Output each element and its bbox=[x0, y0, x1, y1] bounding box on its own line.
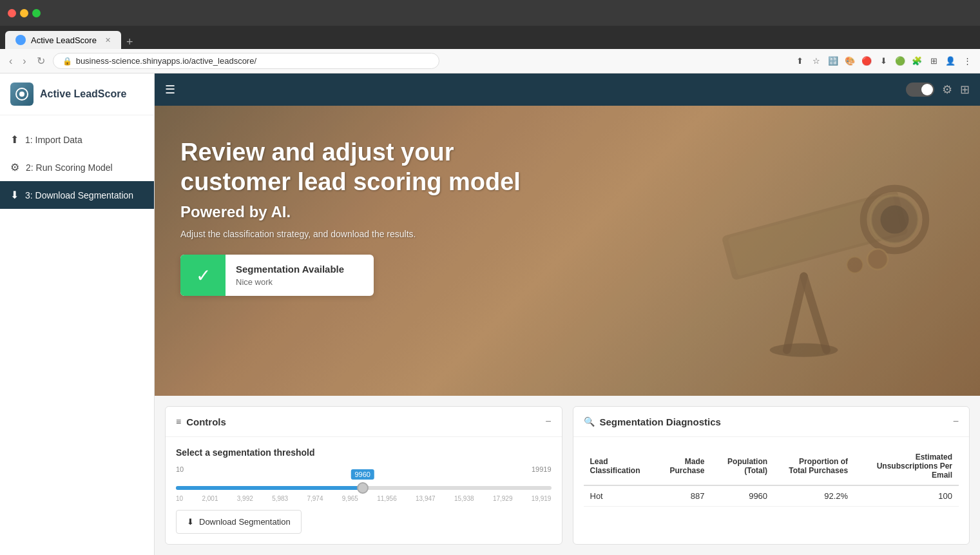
download-btn-icon: ⬇ bbox=[187, 517, 194, 527]
hero-description: Adjust the classification strategy, and … bbox=[180, 229, 567, 239]
sidebar-item-import-label: 1: Import Data bbox=[25, 135, 82, 145]
sidebar-nav: ⬆ 1: Import Data ⚙ 2: Run Scoring Model … bbox=[0, 115, 154, 219]
ext-icon-2[interactable]: 🎨 bbox=[843, 55, 856, 68]
settings-icon[interactable]: ⚙ bbox=[942, 83, 952, 97]
hero-card-icon: ✓ bbox=[180, 255, 226, 296]
slider-track: 9960 bbox=[176, 486, 552, 490]
hero-card-subtitle: Nice work bbox=[236, 277, 344, 287]
sidebar-item-download[interactable]: ⬇ 3: Download Segmentation bbox=[0, 181, 154, 209]
more-icon[interactable]: ⋮ bbox=[961, 55, 974, 68]
download-segmentation-button[interactable]: ⬇ Download Segmentation bbox=[176, 510, 302, 534]
ext-icon-3[interactable]: 🔴 bbox=[860, 55, 873, 68]
lower-sections: ≡ Controls − Select a segmentation thres… bbox=[155, 396, 980, 555]
diagnostics-panel-body: Lead Classification Made Purchase Popula… bbox=[573, 437, 970, 517]
hero-card-title: Segmentation Available bbox=[236, 264, 344, 275]
tick-10: 19,919 bbox=[532, 495, 552, 502]
sidebar-item-scoring-label: 2: Run Scoring Model bbox=[26, 162, 113, 173]
address-bar-row: ‹ › ↻ 🔒 business-science.shinyapps.io/ac… bbox=[0, 49, 980, 73]
hamburger-icon[interactable]: ☰ bbox=[165, 83, 175, 97]
address-bar[interactable]: 🔒 business-science.shinyapps.io/active_l… bbox=[53, 53, 439, 69]
slider-label: Select a segmentation threshold bbox=[176, 447, 552, 458]
ext-icon-4[interactable]: ⬇ bbox=[877, 55, 890, 68]
bookmark-icon[interactable]: ☆ bbox=[810, 55, 823, 68]
tick-8: 15,938 bbox=[454, 495, 474, 502]
table-header: Lead Classification Made Purchase Popula… bbox=[584, 447, 959, 485]
tick-9: 17,929 bbox=[493, 495, 513, 502]
controls-minimize-button[interactable]: − bbox=[545, 416, 551, 427]
hero-section: Review and adjust your customer lead sco… bbox=[155, 106, 980, 396]
download-btn-label: Download Segmentation bbox=[199, 517, 291, 527]
toggle-thumb bbox=[921, 84, 933, 95]
slider-value-bubble: 9960 bbox=[351, 469, 374, 480]
slider-min-label: 10 bbox=[176, 465, 184, 473]
sidebar-item-scoring[interactable]: ⚙ 2: Run Scoring Model bbox=[0, 153, 154, 181]
tick-6: 11,956 bbox=[377, 495, 397, 502]
toolbar-icons: ⬆ ☆ 🔡 🎨 🔴 ⬇ 🟢 🧩 ⊞ 👤 ⋮ bbox=[793, 55, 974, 68]
tick-0: 10 bbox=[176, 495, 183, 502]
url-text: business-science.shinyapps.io/active_lea… bbox=[76, 56, 256, 66]
download-icon: ⬇ bbox=[10, 189, 19, 201]
controls-panel: ≡ Controls − Select a segmentation thres… bbox=[165, 406, 562, 545]
col-proportion: Proportion of Total Purchases bbox=[774, 447, 854, 485]
active-tab[interactable]: Active LeadScore ✕ bbox=[5, 31, 121, 49]
tab-favicon bbox=[15, 35, 26, 45]
col-made-purchase: Made Purchase bbox=[655, 447, 711, 485]
cell-proportion: 92.2% bbox=[774, 485, 854, 507]
ext-icon-7[interactable]: ⊞ bbox=[927, 55, 940, 68]
header-bar: ☰ ⚙ ⊞ bbox=[155, 73, 980, 106]
controls-title-text: Controls bbox=[186, 416, 226, 427]
sidebar-item-download-label: 3: Download Segmentation bbox=[25, 190, 133, 200]
minimize-button[interactable] bbox=[20, 9, 28, 17]
import-icon: ⬆ bbox=[10, 133, 19, 146]
reload-button[interactable]: ↻ bbox=[34, 52, 48, 70]
main-content: ☰ ⚙ ⊞ bbox=[155, 73, 980, 555]
diagnostics-panel-title: 🔍 Segmentation Diagnostics bbox=[584, 416, 721, 427]
forward-button[interactable]: › bbox=[20, 53, 28, 70]
browser-chrome bbox=[0, 0, 980, 26]
header-right: ⚙ ⊞ bbox=[906, 83, 970, 97]
toggle-switch[interactable] bbox=[906, 83, 934, 97]
ext-icon-5[interactable]: 🟢 bbox=[894, 55, 907, 68]
slider-ticks: 10 2,001 3,992 5,983 7,974 9,965 11,956 … bbox=[176, 495, 552, 502]
cell-unsubscriptions: 100 bbox=[854, 485, 959, 507]
slider-fill bbox=[176, 486, 363, 490]
tab-bar: Active LeadScore ✕ + bbox=[0, 26, 980, 49]
tick-1: 2,001 bbox=[202, 495, 218, 502]
tab-title: Active LeadScore bbox=[31, 35, 97, 45]
tick-4: 7,974 bbox=[307, 495, 323, 502]
table-body: Hot 887 9960 92.2% 100 bbox=[584, 485, 959, 507]
tick-3: 5,983 bbox=[272, 495, 288, 502]
hero-card-content: Segmentation Available Nice work bbox=[226, 255, 354, 296]
share-icon[interactable]: ⬆ bbox=[793, 55, 806, 68]
close-button[interactable] bbox=[8, 9, 16, 17]
diagnostics-panel-header: 🔍 Segmentation Diagnostics − bbox=[573, 407, 970, 437]
table-header-row: Lead Classification Made Purchase Popula… bbox=[584, 447, 959, 485]
logo-icon bbox=[10, 83, 34, 106]
sidebar-item-import[interactable]: ⬆ 1: Import Data bbox=[0, 126, 154, 153]
back-button[interactable]: ‹ bbox=[6, 53, 15, 70]
tick-2: 3,992 bbox=[237, 495, 253, 502]
lock-icon: 🔒 bbox=[62, 57, 72, 66]
new-tab-button[interactable]: + bbox=[126, 35, 133, 49]
diagnostics-panel: 🔍 Segmentation Diagnostics − Lead Classi… bbox=[573, 406, 970, 545]
ext-icon-6[interactable]: 🧩 bbox=[910, 55, 923, 68]
sidebar-logo: Active LeadScore bbox=[0, 73, 154, 115]
grid-icon[interactable]: ⊞ bbox=[960, 83, 970, 97]
scoring-icon: ⚙ bbox=[10, 161, 19, 173]
hero-content: Review and adjust your customer lead sco… bbox=[155, 106, 593, 328]
profile-icon[interactable]: 👤 bbox=[944, 55, 957, 68]
fullscreen-button[interactable] bbox=[32, 9, 41, 17]
ext-icon-1[interactable]: 🔡 bbox=[827, 55, 840, 68]
tab-close-button[interactable]: ✕ bbox=[105, 36, 111, 44]
diagnostics-minimize-button[interactable]: − bbox=[953, 416, 959, 427]
controls-icon: ≡ bbox=[176, 416, 181, 427]
table-row: Hot 887 9960 92.2% 100 bbox=[584, 485, 959, 507]
sidebar: Active LeadScore ⬆ 1: Import Data ⚙ 2: R… bbox=[0, 73, 155, 555]
diagnostics-table: Lead Classification Made Purchase Popula… bbox=[584, 447, 959, 507]
slider-container[interactable]: 9960 bbox=[176, 486, 552, 490]
hero-background: Review and adjust your customer lead sco… bbox=[155, 106, 980, 396]
slider-thumb[interactable]: 9960 bbox=[357, 482, 369, 494]
diagnostics-icon: 🔍 bbox=[584, 416, 595, 427]
diagnostics-title-text: Segmentation Diagnostics bbox=[600, 416, 721, 427]
hero-subtitle: Powered by AI. bbox=[180, 203, 567, 221]
